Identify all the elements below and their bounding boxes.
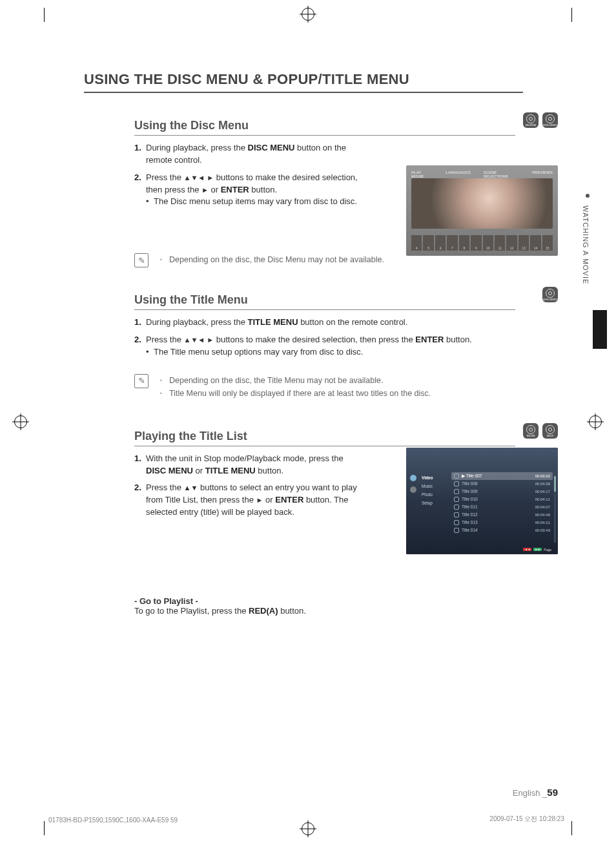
notes: Depending on the disc, the Disc Menu may… <box>160 253 384 266</box>
disc-type-icons: DVD-VIDEO <box>542 287 558 302</box>
title-icon <box>454 489 459 494</box>
steps-list: 1. With the unit in Stop mode/Playback m… <box>134 453 360 519</box>
notes: Depending on the disc, the Title Menu ma… <box>160 374 431 400</box>
chapter-thumb: 9 <box>471 235 481 251</box>
chapter-thumb: 13 <box>518 235 529 251</box>
dvd-video-icon: DVD-VIDEO <box>542 112 558 128</box>
title-icon <box>454 497 459 502</box>
chapter-thumb: 11 <box>495 235 505 251</box>
title-icon <box>454 481 459 486</box>
crop-mark <box>571 821 572 835</box>
footer-date: 2009-07-15 오전 10:28:23 <box>489 815 564 824</box>
title-duration: 00:03:43 <box>535 528 550 532</box>
menu-tab: LANGUAGES <box>446 171 470 178</box>
title-name: Title 012 <box>462 512 535 517</box>
crop-mark <box>44 821 45 835</box>
chapter-thumb: 14 <box>530 235 540 251</box>
menu-tab: SCENE SELECTIONS <box>484 171 520 178</box>
title-duration: 00:03:32 <box>535 474 550 478</box>
note-icon: ✎ <box>134 374 149 388</box>
steps-list: 1. During playback, press the TITLE MENU… <box>134 317 502 359</box>
register-mark-icon <box>14 415 27 428</box>
section-title-menu: DVD-VIDEO Using the Title Menu 1. During… <box>134 293 558 400</box>
category-item: Setup <box>422 499 433 507</box>
note-icon: ✎ <box>134 253 149 267</box>
bd-r-icon: BD-R <box>542 423 558 439</box>
crop-mark <box>571 8 572 22</box>
title-row: Title 00800:04:36 <box>451 480 553 488</box>
menu-tab: PLAY MOVIE <box>411 171 433 178</box>
title-row: Title 01200:04:46 <box>451 511 553 519</box>
section-side-tab: WATCHING A MOVIE <box>580 194 595 287</box>
title-list-screenshot: VideoMusicPhotoSetup ▶ Title 00700:03:32… <box>406 448 558 554</box>
side-tab-label: WATCHING A MOVIE <box>580 203 591 287</box>
title-name: Title 008 <box>462 481 535 486</box>
category-item: Music <box>422 482 433 490</box>
side-thumb-index <box>593 310 607 349</box>
title-row: Title 01000:04:11 <box>451 495 553 503</box>
nav-dot-icon <box>410 486 416 493</box>
title-icon <box>454 505 459 510</box>
arrow-right-icon: ► <box>256 496 263 504</box>
chapter-thumb: 8 <box>459 235 469 251</box>
step-1: 1. During playback, press the DISC MENU … <box>134 142 360 167</box>
goto-text: To go to the Playlist, press the RED(A) … <box>134 606 558 616</box>
nav-dots <box>410 475 416 493</box>
register-mark-icon <box>589 415 602 428</box>
title-name: Title 014 <box>462 528 535 532</box>
arrow-up-down-left-right-icon: ▲▼◄ ► <box>184 336 214 344</box>
page-content: USING THE DISC MENU & POPUP/TITLE MENU W… <box>84 71 558 798</box>
arrow-up-down-icon: ▲▼ <box>184 484 198 492</box>
title-rule <box>84 92 523 93</box>
chapter-thumb: 15 <box>542 235 553 251</box>
crop-mark <box>44 8 45 22</box>
chapter-thumb: 5 <box>423 235 433 251</box>
register-mark-icon <box>302 8 314 21</box>
nav-dot-icon <box>410 475 416 481</box>
page-title: USING THE DISC MENU & POPUP/TITLE MENU <box>84 71 558 88</box>
title-row: Title 01300:04:21 <box>451 519 553 526</box>
steps-list: 1. During playback, press the DISC MENU … <box>134 142 360 208</box>
category-list: VideoMusicPhotoSetup <box>422 474 433 507</box>
prev-page-icon: ◄◄ <box>523 548 531 551</box>
chapter-thumb: 6 <box>435 235 446 251</box>
title-name: Title 011 <box>462 505 535 509</box>
title-name: Title 010 <box>462 497 535 501</box>
menu-tab: PREVIEWS <box>532 171 553 178</box>
arrow-up-down-left-right-icon: ▲▼◄ ► <box>184 174 214 182</box>
bd-re-icon: BD-RE <box>523 423 539 439</box>
bd-rom-icon: BD-ROM <box>523 112 539 128</box>
goto-heading: - Go to Playlist - <box>134 596 558 606</box>
step-sub: The Disc menu setup items may vary from … <box>146 196 360 208</box>
section-heading: Using the Disc Menu <box>134 119 515 136</box>
register-mark-icon <box>302 822 314 835</box>
chapter-thumb: 12 <box>506 235 517 251</box>
step-1: 1. With the unit in Stop mode/Playback m… <box>134 453 360 477</box>
title-duration: 00:04:07 <box>535 505 550 509</box>
disc-menu-screenshot: PLAY MOVIELANGUAGESSCENE SELECTIONSPREVI… <box>406 165 558 256</box>
title-row: Title 00900:04:17 <box>451 488 553 495</box>
dvd-video-icon: DVD-VIDEO <box>542 287 558 302</box>
title-row: Title 01100:04:07 <box>451 503 553 511</box>
title-duration: 00:04:36 <box>535 482 550 486</box>
title-duration: 00:04:46 <box>535 513 550 517</box>
title-icon <box>454 528 459 533</box>
title-name: ▶ Title 007 <box>462 474 535 479</box>
title-name: Title 009 <box>462 489 535 494</box>
page-bar: ◄◄ ►► Page <box>523 548 551 552</box>
next-page-icon: ►► <box>533 548 542 551</box>
scrollbar <box>554 464 556 543</box>
page-number: English _59 <box>513 787 558 798</box>
title-duration: 00:04:11 <box>535 497 550 501</box>
footer-file: 01783H-BD-P1590,1590C,1600-XAA-E59 59 <box>48 817 178 824</box>
chapter-thumb: 10 <box>483 235 493 251</box>
section-title-list: BD-RE BD-R Playing the Title List 1. Wit… <box>134 430 558 616</box>
step-2: 2. Press the ▲▼◄ ► buttons to make the d… <box>134 172 360 209</box>
chapter-thumb: 4 <box>411 235 422 251</box>
step-2: 2. Press the ▲▼◄ ► buttons to make the d… <box>134 334 502 359</box>
disc-type-icons: BD-RE BD-R <box>523 423 558 439</box>
title-list: ▶ Title 00700:03:32Title 00800:04:36Titl… <box>451 472 553 534</box>
section-disc-menu: BD-ROM DVD-VIDEO Using the Disc Menu 1. … <box>134 119 558 267</box>
disc-type-icons: BD-ROM DVD-VIDEO <box>523 112 558 128</box>
chapter-thumb: 7 <box>447 235 457 251</box>
